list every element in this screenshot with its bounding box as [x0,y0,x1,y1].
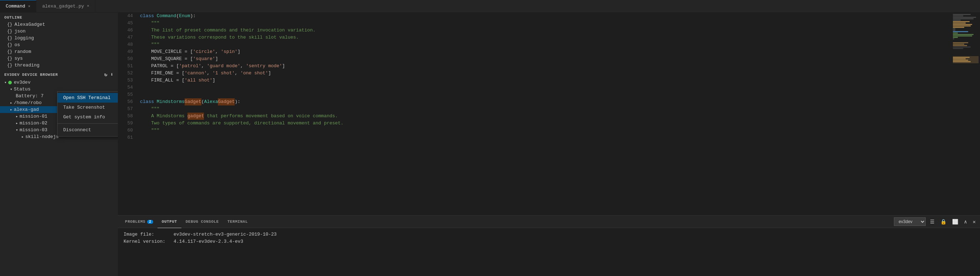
tab-command-label: Command [6,3,25,9]
dot-green-ev3dev [8,81,12,85]
device-title-icons: ↻ ⬇ [104,72,114,78]
refresh-icon[interactable]: ↻ [104,72,108,78]
panel-maximize-icon[interactable]: ⬜ [951,218,959,226]
outline-label-sys: sys [14,56,22,61]
context-menu-item-disconnect[interactable]: Disconnect [57,125,118,135]
tab-alexa-gadget[interactable]: alexa_gadget.py × [37,0,95,13]
device-title-text: EV3DEV DEVICE BROWSER [4,73,58,77]
code-line-51: PATROL = ['patrol', 'guard mode', 'sentr… [140,62,951,70]
outline-item-sys[interactable]: {} sys [0,55,118,62]
device-section-title: EV3DEV DEVICE BROWSER ↻ ⬇ [0,69,118,79]
device-item-ev3dev[interactable]: ▾ ev3dev [0,79,118,86]
type-icon-json: {} [7,29,12,34]
minimap-content [951,13,980,65]
outline-title-text: OUTLINE [4,15,22,20]
tab-bar: Command × alexa_gadget.py × [0,0,980,13]
code-line-45: """ [140,20,951,27]
tab-command[interactable]: Command × [0,0,37,13]
outline-label-json: json [14,29,25,34]
outline-item-os[interactable]: {} os [0,41,118,48]
device-label-mission-01: mission-01 [20,114,48,119]
outline-label-threading: threading [14,62,39,68]
output-value-image: ev3dev-stretch-ev3-generic-2019-10-23 [173,231,277,238]
tab-command-close[interactable]: × [28,4,31,9]
output-label-kernel: Kernel version: [124,238,173,245]
bottom-panel: PROBLEMS 2 OUTPUT DEBUG CONSOLE TERMINAL… [118,215,980,276]
panel-tab-problems-label: PROBLEMS [125,220,145,224]
code-line-53: FIRE_ALL = ['all shot'] [140,77,951,84]
code-line-61 [140,134,951,141]
editor-area: 4445464748 4950515253 5455565758 596061 … [118,13,980,276]
panel-tab-terminal-label: TERMINAL [228,220,248,224]
panel-list-icon[interactable]: ☰ [929,218,936,226]
code-line-57: """ [140,105,951,113]
device-label-alexa-gad: alexa-gad [14,107,39,112]
arrow-mission-03: ▾ [16,128,18,132]
arrow-mission-02: ▸ [16,121,18,126]
device-label-home: /home/robo [14,100,42,105]
context-menu-item-sysinfo[interactable]: Get system info [57,112,118,122]
panel-lock-icon[interactable]: 🔒 [939,218,948,226]
output-label-image: Image file: [124,231,173,238]
context-menu-item-ssh[interactable]: Open SSH Terminal [57,93,118,103]
output-line-kernel: Kernel version: 4.14.117-ev3dev-2.3.4-ev… [124,238,974,245]
panel-tabs: PROBLEMS 2 OUTPUT DEBUG CONSOLE TERMINAL… [118,215,980,228]
output-value-kernel: 4.14.117-ev3dev-2.3.4-ev3 [173,238,243,245]
arrow-ev3dev: ▾ [4,80,7,85]
outline-item-alexagadget[interactable]: {} AlexaGadget [0,21,118,28]
outline-label-alexagadget: AlexaGadget [14,22,45,27]
code-line-46: The list of preset commands and their in… [140,27,951,34]
outline-item-threading[interactable]: {} threading [0,62,118,69]
tab-alexa-gadget-label: alexa_gadget.py [42,3,84,9]
type-icon-sys: {} [7,56,12,61]
context-menu: Open SSH Terminal Take Screenshot Get sy… [57,91,118,137]
panel-tab-terminal[interactable]: TERMINAL [223,215,252,228]
panel-close-icon[interactable]: ✕ [971,218,977,226]
sidebar: OUTLINE {} AlexaGadget {} json {} loggin… [0,13,118,276]
code-line-44: class Command(Enum): [140,13,951,20]
code-area[interactable]: class Command(Enum): """ The list of pre… [137,13,951,215]
device-label-skill-nodejs: skill-nodejs [25,134,59,139]
arrow-alexa-gad: ▸ [10,107,13,112]
code-line-56: class MindstormsGadget(AlexaGadget): [140,98,951,105]
panel-tab-debug-label: DEBUG CONSOLE [186,220,219,224]
outline-item-json[interactable]: {} json [0,28,118,35]
type-icon-alexagadget: {} [7,22,12,27]
device-label-mission-03: mission-03 [20,127,48,132]
arrow-skill-nodejs: ▸ [21,134,24,139]
outline-label-os: os [14,42,20,48]
outline-label-random: random [14,49,31,54]
type-icon-random: {} [7,49,12,54]
outline-item-logging[interactable]: {} logging [0,35,118,41]
code-line-60: """ [140,127,951,134]
arrow-mission-01: ▸ [16,114,18,119]
outline-item-random[interactable]: {} random [0,48,118,55]
context-menu-item-screenshot[interactable]: Take Screenshot [57,103,118,112]
panel-tab-output-label: OUTPUT [162,220,177,224]
device-label-ev3dev: ev3dev [14,80,31,85]
code-line-52: FIRE_ONE = ['cannon', '1 shot', 'one sho… [140,70,951,77]
type-icon-os: {} [7,43,12,48]
panel-chevron-up-icon[interactable]: ∧ [963,218,968,226]
code-line-55 [140,91,951,98]
type-icon-threading: {} [7,63,12,68]
editor-content: 4445464748 4950515253 5455565758 596061 … [118,13,980,215]
panel-tab-debug[interactable]: DEBUG CONSOLE [181,215,223,228]
outline-section-title: OUTLINE [0,13,118,21]
device-label-status: Status [14,86,31,92]
arrow-status: ▾ [10,87,13,91]
outline-label-logging: logging [14,35,34,41]
download-icon[interactable]: ⬇ [110,72,114,78]
device-label-mission-02: mission-02 [20,120,48,126]
main-layout: OUTLINE {} AlexaGadget {} json {} loggin… [0,13,980,276]
panel-tab-problems[interactable]: PROBLEMS 2 [121,215,158,228]
code-line-47: These variations correspond to the skill… [140,34,951,41]
arrow-home: ▸ [10,101,13,105]
tab-alexa-gadget-close[interactable]: × [87,4,89,8]
output-select[interactable]: ev3dev [894,217,926,226]
panel-tab-output[interactable]: OUTPUT [158,215,181,228]
code-line-58: A Mindstorms gadget that performs moveme… [140,113,951,120]
code-line-49: MOVE_CIRCLE = ['circle', 'spin'] [140,48,951,56]
code-line-59: Two types of commands are supported, dir… [140,120,951,127]
code-line-50: MOVE_SQUARE = ['square'] [140,56,951,62]
